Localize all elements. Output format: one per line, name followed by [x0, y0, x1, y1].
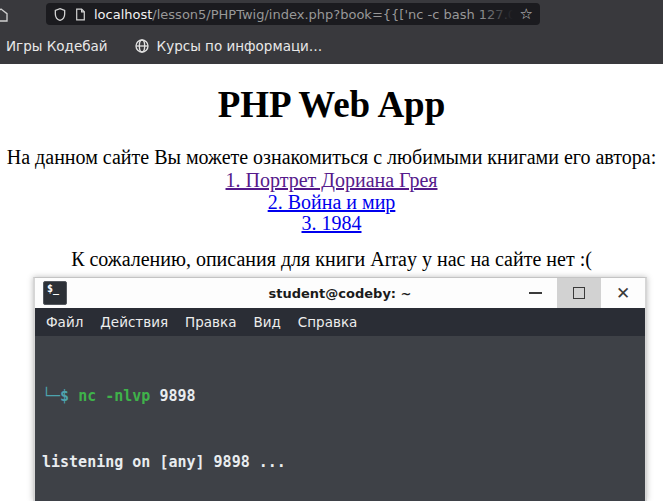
- page-icon[interactable]: [74, 7, 87, 22]
- intro-text: На данном сайте Вы можете ознакомиться с…: [0, 146, 663, 169]
- menu-actions[interactable]: Действия: [100, 314, 168, 330]
- url-path: /lesson5/PHPTwig/index.php?book={{['nc -…: [152, 7, 512, 22]
- minimize-button[interactable]: [513, 278, 557, 308]
- shell-command: nc -nlvp: [78, 387, 150, 405]
- maximize-button[interactable]: [557, 278, 601, 308]
- menu-view[interactable]: Вид: [253, 314, 280, 330]
- star-icon[interactable]: ☆: [520, 7, 533, 22]
- terminal-titlebar[interactable]: $_ student@codeby: ~ ✕: [35, 278, 645, 308]
- page-title: PHP Web App: [0, 83, 663, 126]
- menu-help[interactable]: Справка: [298, 314, 357, 330]
- globe-icon: [134, 38, 150, 54]
- book-link-war-and-peace[interactable]: 2. Война и мир: [0, 192, 663, 214]
- close-button[interactable]: ✕: [601, 278, 645, 308]
- bookmark-infosec-courses[interactable]: Курсы по информаци…: [134, 38, 323, 54]
- not-found-text: К сожалению, описания для книги Array у …: [0, 248, 663, 271]
- shell-command-arg: 9898: [150, 387, 195, 405]
- bookmarks-bar: Игры Кодебай Курсы по информаци…: [0, 27, 663, 64]
- book-links: 1. Портрет Дориана Грея 2. Война и мир 3…: [0, 170, 663, 235]
- terminal-menubar: Файл Действия Правка Вид Справка: [35, 308, 645, 336]
- url-text[interactable]: localhost/lesson5/PHPTwig/index.php?book…: [94, 7, 513, 22]
- close-icon: ✕: [616, 285, 630, 302]
- screenshot-root: localhost/lesson5/PHPTwig/index.php?book…: [0, 0, 663, 501]
- bookmark-label: Игры Кодебай: [6, 38, 108, 54]
- shield-icon[interactable]: [53, 7, 67, 22]
- terminal-prompt-line: └─$ nc -nlvp 9898: [42, 385, 645, 407]
- menu-edit[interactable]: Правка: [185, 314, 236, 330]
- address-bar[interactable]: localhost/lesson5/PHPTwig/index.php?book…: [46, 3, 540, 25]
- terminal-icon: $_: [43, 281, 67, 305]
- url-host: localhost: [94, 7, 152, 22]
- home-icon[interactable]: [0, 7, 10, 23]
- terminal-window: $_ student@codeby: ~ ✕ Файл Действия Пра…: [33, 277, 647, 501]
- menu-file[interactable]: Файл: [46, 314, 83, 330]
- book-link-dorian-gray[interactable]: 1. Портрет Дориана Грея: [0, 170, 663, 192]
- shell-prompt: └─$: [42, 387, 78, 405]
- minimize-icon: [529, 292, 542, 294]
- browser-toolbar: localhost/lesson5/PHPTwig/index.php?book…: [0, 0, 663, 27]
- window-controls: ✕: [513, 278, 645, 308]
- book-link-1984[interactable]: 3. 1984: [0, 213, 663, 235]
- terminal-line: listening on [any] 9898 ...: [42, 451, 645, 473]
- terminal-output[interactable]: └─$ nc -nlvp 9898 listening on [any] 989…: [35, 336, 645, 501]
- maximize-icon: [573, 287, 585, 299]
- bookmark-codeby-games[interactable]: Игры Кодебай: [6, 38, 108, 54]
- bookmark-label: Курсы по информаци…: [157, 38, 323, 54]
